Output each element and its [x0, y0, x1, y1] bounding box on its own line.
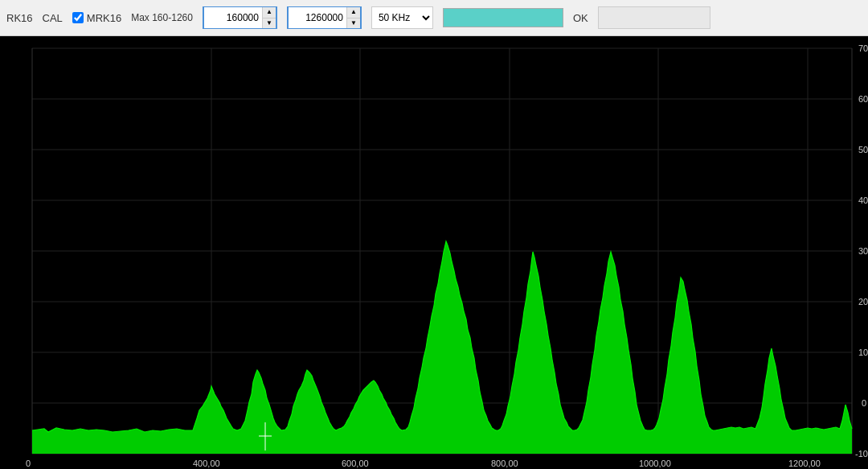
y-label-10: 10	[858, 348, 868, 357]
x-label-600: 600,00	[342, 459, 369, 468]
mrk16-label: MRK16	[87, 12, 121, 24]
y-label-60: 60	[858, 94, 868, 104]
chart-area: 70 60 50 40 30 20 10 0 -10 0 400,00 600,…	[0, 36, 868, 469]
toolbar: RK16 CAL MRK16 Max 160-1260 ▲ ▼ ▲ ▼ 1 KH…	[0, 0, 868, 36]
freq-end-down-btn[interactable]: ▼	[347, 19, 360, 29]
freq-start-input[interactable]	[204, 7, 262, 28]
freq-end-arrows: ▲ ▼	[346, 7, 360, 28]
freq-start-up-btn[interactable]: ▲	[263, 7, 276, 19]
progress-bar-container	[443, 8, 563, 27]
y-label-70: 70	[858, 43, 868, 53]
x-label-800: 800,00	[491, 459, 518, 468]
x-label-1000: 1000,00	[639, 459, 671, 468]
x-label-0: 0	[26, 459, 31, 468]
freq-start-spinbox: ▲ ▼	[203, 6, 277, 29]
mrk16-checkbox-group: MRK16	[72, 12, 121, 24]
y-label-0: 0	[862, 398, 866, 408]
freq-start-arrows: ▲ ▼	[262, 7, 276, 28]
y-label-20: 20	[858, 297, 868, 306]
y-label-minus10: -10	[855, 449, 868, 459]
freq-end-spinbox: ▲ ▼	[287, 6, 362, 29]
freq-step-select[interactable]: 1 KHz 5 KHz 10 KHz 25 KHz 50 KHz 100 KHz…	[371, 6, 433, 29]
freq-end-input[interactable]	[289, 7, 346, 28]
label-cal: CAL	[43, 12, 63, 24]
freq-end-up-btn[interactable]: ▲	[347, 7, 360, 19]
mrk16-checkbox[interactable]	[72, 12, 84, 23]
spectrum-chart: 70 60 50 40 30 20 10 0 -10 0 400,00 600,…	[0, 36, 868, 469]
extra-box	[598, 6, 710, 29]
label-rk16: RK16	[6, 12, 33, 24]
y-label-30: 30	[858, 246, 868, 256]
y-label-50: 50	[858, 145, 868, 154]
x-label-400: 400,00	[193, 459, 220, 468]
max-range-label: Max 160-1260	[131, 12, 193, 23]
freq-start-down-btn[interactable]: ▼	[263, 19, 276, 29]
y-label-40: 40	[858, 195, 868, 205]
ok-label: OK	[573, 12, 588, 24]
progress-bar-fill	[444, 9, 563, 27]
x-label-1200: 1200,00	[788, 459, 821, 468]
